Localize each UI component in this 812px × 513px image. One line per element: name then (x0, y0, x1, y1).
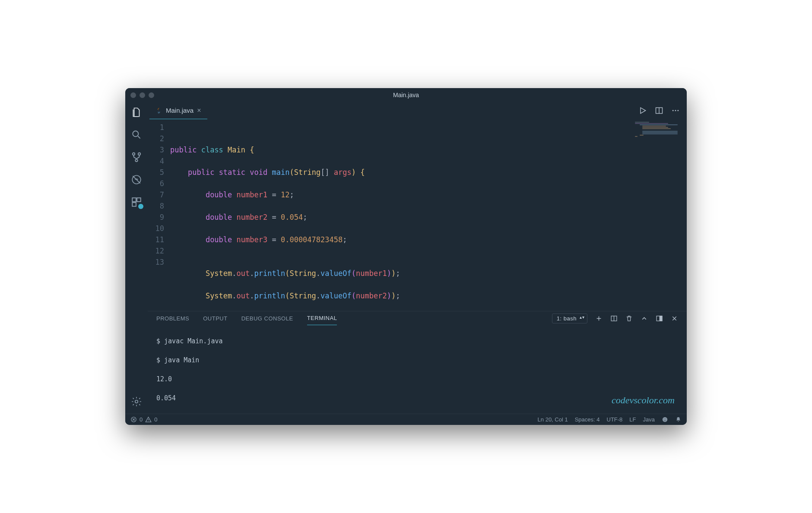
run-icon[interactable] (638, 106, 647, 115)
tab-filename: Main.java (166, 107, 193, 114)
kill-terminal-icon[interactable] (625, 315, 633, 322)
panel-tab-terminal[interactable]: TERMINAL (307, 311, 337, 325)
code-editor[interactable]: 12345678910111213 public class Main { pu… (148, 119, 687, 311)
svg-point-11 (675, 110, 676, 111)
svg-point-17 (663, 417, 667, 422)
titlebar: Main.java (125, 88, 687, 102)
warning-count[interactable]: 0 (154, 416, 157, 423)
indentation[interactable]: Spaces: 4 (575, 416, 600, 423)
svg-point-8 (135, 400, 138, 403)
settings-gear-icon[interactable] (130, 396, 143, 408)
java-file-icon (155, 107, 162, 114)
svg-point-2 (138, 153, 140, 155)
debug-icon[interactable] (130, 174, 143, 186)
svg-point-1 (133, 153, 135, 155)
maximize-panel-icon[interactable] (641, 315, 648, 322)
extensions-icon[interactable] (130, 196, 143, 208)
svg-point-18 (664, 418, 665, 419)
notifications-icon[interactable] (675, 416, 682, 423)
bottom-panel: PROBLEMS OUTPUT DEBUG CONSOLE TERMINAL 1… (148, 311, 687, 414)
svg-rect-5 (132, 198, 136, 202)
svg-point-3 (135, 159, 137, 162)
svg-rect-15 (660, 316, 662, 320)
status-bar: 0 0 Ln 20, Col 1 Spaces: 4 UTF-8 LF Java (125, 414, 687, 425)
terminal-selector[interactable]: 1: bash▴▾ (552, 314, 587, 323)
error-icon[interactable] (130, 416, 137, 423)
toggle-panel-icon[interactable] (656, 315, 663, 322)
eol[interactable]: LF (629, 416, 636, 423)
tab-bar: Main.java × (148, 102, 687, 119)
close-tab-icon[interactable]: × (197, 107, 201, 114)
cursor-position[interactable]: Ln 20, Col 1 (538, 416, 568, 423)
window-title: Main.java (125, 92, 687, 98)
encoding[interactable]: UTF-8 (607, 416, 623, 423)
panel-tab-output[interactable]: OUTPUT (203, 312, 227, 325)
close-panel-icon[interactable] (671, 315, 678, 322)
panel-tab-debug[interactable]: DEBUG CONSOLE (241, 312, 293, 325)
new-terminal-icon[interactable] (595, 315, 603, 322)
source-control-icon[interactable] (130, 151, 143, 163)
svg-point-12 (677, 110, 679, 111)
tab-main-java[interactable]: Main.java × (149, 102, 207, 119)
split-terminal-icon[interactable] (610, 315, 618, 322)
feedback-icon[interactable] (662, 416, 668, 423)
search-icon[interactable] (130, 129, 143, 141)
explorer-icon[interactable] (130, 106, 143, 118)
app-window: Main.java (125, 88, 687, 425)
terminal-output[interactable]: $ javac Main.java $ java Main 12.0 0.054… (148, 325, 687, 425)
svg-rect-7 (132, 203, 136, 206)
watermark: codevscolor.com (612, 395, 675, 406)
warning-icon[interactable] (145, 416, 152, 423)
error-count[interactable]: 0 (140, 416, 143, 423)
svg-point-0 (133, 131, 138, 136)
language-mode[interactable]: Java (643, 416, 655, 423)
svg-rect-6 (137, 198, 141, 202)
svg-point-10 (672, 110, 674, 111)
line-gutter: 12345678910111213 (148, 119, 170, 311)
svg-point-19 (666, 418, 666, 419)
minimap[interactable] (635, 122, 682, 148)
panel-tab-problems[interactable]: PROBLEMS (156, 312, 189, 325)
more-actions-icon[interactable] (671, 106, 680, 115)
split-editor-icon[interactable] (655, 106, 663, 115)
code-content[interactable]: public class Main { public static void m… (170, 119, 687, 311)
activity-bar (125, 102, 148, 414)
